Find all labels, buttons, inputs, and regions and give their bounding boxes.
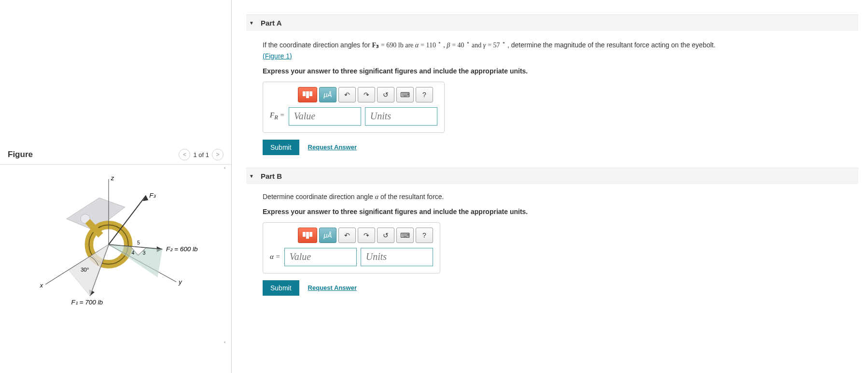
redo-button[interactable]: ↷: [358, 228, 375, 243]
part-a: ▼ Part A If the coordinate direction ang…: [246, 14, 858, 155]
figure-header: Figure < 1 of 1 >: [0, 145, 231, 165]
part-a-submit-button[interactable]: Submit: [263, 140, 299, 155]
part-b-header[interactable]: ▼ Part B: [246, 168, 858, 184]
reset-button[interactable]: ↺: [377, 228, 394, 243]
part-a-answer-box: μÅ ↶ ↷ ↺ ⌨ ? FR =: [263, 82, 445, 133]
axis-y-label: y: [178, 279, 182, 286]
part-a-title: Part A: [261, 19, 282, 27]
help-button[interactable]: ?: [416, 228, 433, 243]
part-a-toolbar: μÅ ↶ ↷ ↺ ⌨ ?: [298, 87, 437, 102]
part-b: ▼ Part B Determine coordinate direction …: [246, 168, 858, 296]
reset-button[interactable]: ↺: [377, 87, 394, 102]
units-symbol-button[interactable]: μÅ: [319, 87, 336, 102]
part-a-question: If the coordinate direction angles for F…: [263, 39, 858, 50]
figure-prev-button[interactable]: <: [179, 149, 190, 160]
part-b-toolbar: μÅ ↶ ↷ ↺ ⌨ ?: [298, 228, 433, 243]
part-b-title: Part B: [261, 172, 282, 180]
scroll-down-icon[interactable]: ˅: [224, 341, 226, 346]
templates-button[interactable]: [298, 228, 317, 243]
axis-x-label: x: [40, 282, 43, 289]
caret-down-icon: ▼: [249, 173, 254, 179]
keyboard-button[interactable]: ⌨: [396, 87, 414, 102]
triangle-adj: 4: [131, 250, 134, 256]
figure-1-link[interactable]: (Figure 1): [263, 52, 292, 60]
axis-z-label: z: [111, 175, 114, 182]
figure-next-button[interactable]: >: [212, 149, 224, 160]
figure-counter: 1 of 1: [193, 151, 209, 158]
part-a-units-input[interactable]: [365, 107, 437, 126]
question-panel: ▼ Part A If the coordinate direction ang…: [232, 0, 868, 373]
part-b-request-answer-link[interactable]: Request Answer: [308, 284, 357, 291]
figure-scrollbar[interactable]: ˄ ˅: [221, 165, 228, 348]
part-b-question: Determine coordinate direction angle α o…: [263, 192, 858, 202]
force-f3-label: F₃: [149, 192, 156, 199]
undo-button[interactable]: ↶: [338, 87, 356, 102]
figure-body: z y x F₃ F₂ = 600 lb 5 4 3: [0, 165, 231, 348]
part-a-header[interactable]: ▼ Part A: [246, 14, 858, 31]
force-f1-label: F₁ = 700 lb: [71, 299, 103, 306]
part-b-units-input[interactable]: [361, 248, 433, 266]
figure-diagram: z y x F₃ F₂ = 600 lb 5 4 3: [10, 174, 222, 319]
redo-button[interactable]: ↷: [358, 87, 375, 102]
part-b-instruction: Express your answer to three significant…: [263, 208, 858, 215]
part-a-value-input[interactable]: [289, 107, 361, 126]
keyboard-button[interactable]: ⌨: [396, 228, 414, 243]
part-a-instruction: Express your answer to three significant…: [263, 67, 858, 75]
angle-30-label: 30°: [81, 266, 89, 273]
part-b-submit-button[interactable]: Submit: [263, 280, 299, 296]
undo-button[interactable]: ↶: [338, 228, 356, 243]
figure-title: Figure: [8, 150, 33, 159]
part-a-var-label: FR =: [270, 111, 285, 121]
force-f2-label: F₂ = 600 lb: [166, 245, 198, 253]
scroll-up-icon[interactable]: ˄: [224, 167, 226, 172]
templates-button[interactable]: [298, 87, 317, 102]
part-b-var-label: α =: [270, 253, 280, 261]
triangle-hyp: 5: [137, 240, 140, 245]
figure-panel: Figure < 1 of 1 > z y: [0, 0, 232, 373]
caret-down-icon: ▼: [249, 20, 254, 26]
part-b-answer-box: μÅ ↶ ↷ ↺ ⌨ ? α =: [263, 222, 440, 273]
help-button[interactable]: ?: [416, 87, 433, 102]
triangle-opp: 3: [143, 250, 146, 256]
part-a-request-answer-link[interactable]: Request Answer: [308, 143, 357, 151]
part-b-value-input[interactable]: [284, 248, 357, 266]
units-symbol-button[interactable]: μÅ: [319, 228, 336, 243]
figure-nav: < 1 of 1 >: [179, 149, 224, 160]
